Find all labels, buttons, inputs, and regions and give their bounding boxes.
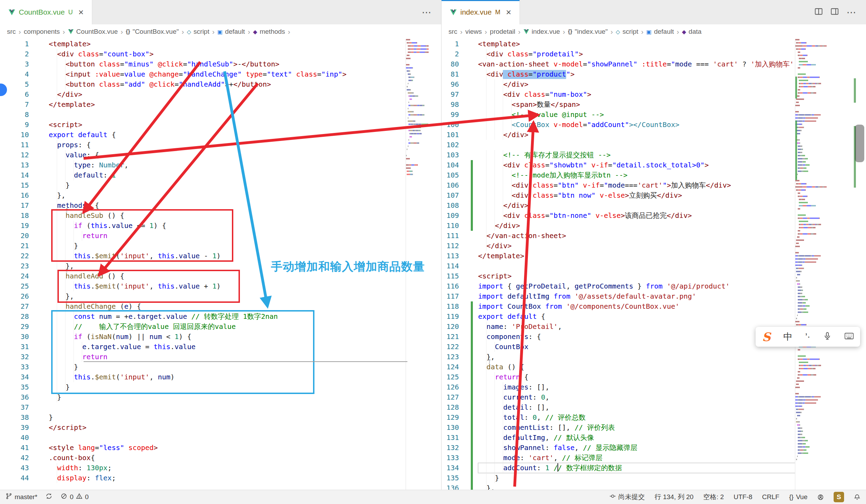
code-line[interactable]: 21 } xyxy=(0,241,406,251)
code-line[interactable]: 121 components: { xyxy=(442,332,795,342)
breadcrumb-item[interactable]: prodetail xyxy=(490,28,515,36)
code-line[interactable]: 18 handleSub () { xyxy=(0,211,406,221)
breadcrumb-item[interactable]: src xyxy=(448,28,457,36)
breadcrumb-item[interactable]: components xyxy=(24,28,60,36)
breadcrumb-item[interactable]: ◆data xyxy=(682,28,701,36)
code-line[interactable]: 30 if (isNaN(num) || num < 1) { xyxy=(0,332,406,342)
breadcrumb-item[interactable]: ◆methods xyxy=(253,28,285,36)
code-line[interactable]: 100 <CountBox v-model="addCount"></Count… xyxy=(442,120,795,130)
code-line[interactable]: 117import defaultImg from '@/assets/defa… xyxy=(442,291,795,301)
code-line[interactable]: 32 return xyxy=(0,352,406,362)
minimap-right[interactable] xyxy=(795,39,853,490)
editor-index[interactable]: 1<template>2 <div class="prodetail">80<v… xyxy=(442,39,866,490)
code-line[interactable]: 96 </div> xyxy=(442,79,795,89)
account-icon[interactable] xyxy=(817,494,824,501)
code-line[interactable]: 41<style lang="less" scoped> xyxy=(0,443,406,453)
code-line[interactable]: 1<template> xyxy=(0,39,406,49)
ime-toolbar[interactable]: S 中 ’· xyxy=(756,327,860,347)
code-line[interactable]: 17 methods: { xyxy=(0,200,406,211)
breadcrumb-item[interactable]: CountBox.vue xyxy=(68,28,118,36)
code-line[interactable]: 15 } xyxy=(0,180,406,190)
code-line[interactable]: 4 <input :value=value @change="handleCha… xyxy=(0,69,406,79)
code-line[interactable]: 113</template> xyxy=(442,251,795,261)
code-line[interactable]: 39</script> xyxy=(0,423,406,433)
code-line[interactable]: 124 data () { xyxy=(442,362,795,372)
eol-selector[interactable]: CRLF xyxy=(762,493,780,501)
language-mode[interactable]: {} Vue xyxy=(789,493,808,501)
code-line[interactable]: 8 xyxy=(0,110,406,120)
code-line[interactable]: 107 <div class="btn now" v-else>立刻购买</di… xyxy=(442,190,795,200)
code-line[interactable]: 122 CountBox xyxy=(442,342,795,352)
code-line[interactable]: 44 display: flex; xyxy=(0,473,406,483)
code-line[interactable]: 125 return { xyxy=(442,372,795,382)
code-line[interactable]: 40 xyxy=(0,433,406,443)
keyboard-icon[interactable] xyxy=(844,332,854,341)
breadcrumb-item[interactable]: views xyxy=(465,28,482,36)
code-line[interactable]: 120 name: 'ProDetail', xyxy=(442,322,795,332)
ime-punctuation-toggle[interactable]: ’· xyxy=(805,331,810,342)
code-line[interactable]: 118import CountBox from '@/components/Co… xyxy=(442,301,795,312)
breadcrumb-item[interactable]: ▣default xyxy=(646,28,674,36)
scrollbar-right[interactable] xyxy=(853,39,866,490)
code-area-right[interactable]: 1<template>2 <div class="prodetail">80<v… xyxy=(442,39,795,490)
scm-status[interactable]: 尚未提交 xyxy=(609,493,645,502)
code-line[interactable]: 126 images: [], xyxy=(442,382,795,392)
breadcrumb-item[interactable]: src xyxy=(7,28,16,36)
code-line[interactable]: 1<template> xyxy=(442,39,795,49)
code-line[interactable]: 133 mode: 'cart', // 标记弹层 xyxy=(442,453,795,463)
code-line[interactable]: 13 type: Number, xyxy=(0,160,406,170)
code-line[interactable]: 131 defaultImg, // 默认头像 xyxy=(442,433,795,443)
code-line[interactable]: 111 </van-action-sheet> xyxy=(442,231,795,241)
code-line[interactable]: 16 }, xyxy=(0,190,406,200)
ime-status-badge[interactable]: S xyxy=(834,492,844,502)
code-line[interactable]: 36 } xyxy=(0,392,406,402)
code-line[interactable]: 25 this.$emit('input', this.value + 1) xyxy=(0,281,406,291)
code-line[interactable]: 19 if (this.value <= 1) { xyxy=(0,221,406,231)
code-line[interactable]: 33 } xyxy=(0,362,406,372)
code-line[interactable]: 80<van-action-sheet v-model="showPannel"… xyxy=(442,59,795,69)
code-line[interactable]: 128 detail: [], xyxy=(442,402,795,412)
code-line[interactable]: 97 <div class="num-box"> xyxy=(442,89,795,100)
split-editor-icon[interactable] xyxy=(814,7,823,17)
indentation[interactable]: 空格: 2 xyxy=(703,493,724,502)
code-line[interactable]: 20 return xyxy=(0,231,406,241)
code-line[interactable]: 129 total: 0, // 评价总数 xyxy=(442,412,795,423)
editor-layout-icon[interactable] xyxy=(830,7,839,17)
code-line[interactable]: 116import { getProDetail, getProComments… xyxy=(442,281,795,291)
code-line[interactable]: 6 </div> xyxy=(0,89,406,100)
code-line[interactable]: 2 <div class="prodetail"> xyxy=(442,49,795,59)
close-tab-icon[interactable]: × xyxy=(78,8,84,17)
code-line[interactable]: 38} xyxy=(0,412,406,423)
more-actions-icon[interactable]: ⋯ xyxy=(847,7,857,18)
breadcrumb-item[interactable]: index.vue xyxy=(523,28,560,36)
code-line[interactable]: 29 // 输入了不合理的value 回退回原来的value xyxy=(0,322,406,332)
code-line[interactable]: 104 <div class="showbtn" v-if="detail.st… xyxy=(442,160,795,170)
code-line[interactable]: 99 <!-- :value @input --> xyxy=(442,110,795,120)
branch-indicator[interactable]: master* xyxy=(6,493,37,501)
code-line[interactable]: 28 const num = +e.target.value // 转数字处理 … xyxy=(0,312,406,322)
code-line[interactable]: 27 handleChange (e) { xyxy=(0,301,406,312)
microphone-icon[interactable] xyxy=(823,332,832,342)
code-line[interactable]: 34 this.$emit('input', num) xyxy=(0,372,406,382)
code-line[interactable]: 81 <div class="product"> xyxy=(442,69,795,79)
code-line[interactable]: 108 </div> xyxy=(442,200,795,211)
encoding[interactable]: UTF-8 xyxy=(734,493,752,501)
code-line[interactable]: 119export default { xyxy=(442,312,795,322)
code-line[interactable]: 102 xyxy=(442,140,795,150)
code-line[interactable]: 105 <!-- mode加入购物车显示btn --> xyxy=(442,170,795,180)
tab-index-vue[interactable]: index.vue M × xyxy=(442,0,520,24)
code-line[interactable]: 123 }, xyxy=(442,352,795,362)
breadcrumb-item[interactable]: ▣default xyxy=(217,28,245,36)
code-line[interactable]: 132 showPannel: false, // 显示隐藏弹层 xyxy=(442,443,795,453)
code-line[interactable]: 130 commentList: [], // 评价列表 xyxy=(442,423,795,433)
code-line[interactable]: 35 } xyxy=(0,382,406,392)
breadcrumb-item[interactable]: {}"CountBox.vue" xyxy=(126,28,179,36)
code-line[interactable]: 112 </div> xyxy=(442,241,795,251)
more-actions-icon[interactable]: ⋯ xyxy=(422,7,432,18)
problems-indicator[interactable]: 0 0 xyxy=(61,493,88,501)
code-line[interactable]: 136 }, xyxy=(442,483,795,490)
code-line[interactable]: 114 xyxy=(442,261,795,271)
code-line[interactable]: 106 <div class="btn" v-if="mode==='cart'… xyxy=(442,180,795,190)
sync-button[interactable] xyxy=(46,493,52,501)
code-line[interactable]: 3 <button class="minus" @click="handleSu… xyxy=(0,59,406,69)
